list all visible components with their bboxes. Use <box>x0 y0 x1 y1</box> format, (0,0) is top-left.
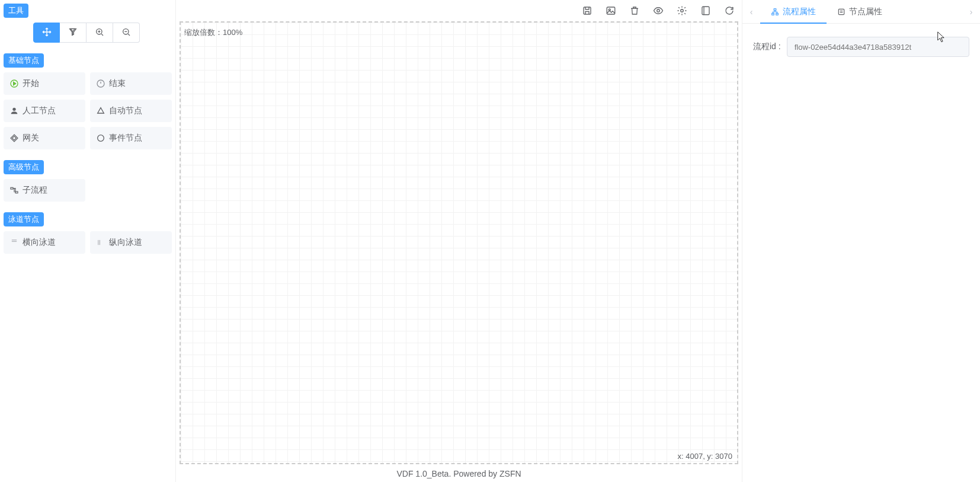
zoom-prefix: 缩放倍数： <box>184 28 223 37</box>
h-lane-icon <box>9 238 19 247</box>
trash-icon[interactable] <box>629 5 640 16</box>
gear-icon[interactable] <box>677 5 687 16</box>
subflow-icon <box>9 186 19 195</box>
flow-icon <box>771 8 779 16</box>
flow-id-label: 流程id : <box>753 42 781 52</box>
node-start[interactable]: 开始 <box>4 72 85 95</box>
zoom-value: 100% <box>223 28 242 37</box>
image-icon[interactable] <box>606 5 616 16</box>
top-toolbar <box>582 0 735 21</box>
node-event[interactable]: 事件节点 <box>90 127 172 149</box>
node-icon <box>837 8 846 16</box>
right-panel: ‹ 流程属性 节点属性 › 流程id : <box>742 0 980 482</box>
node-auto[interactable]: 自动节点 <box>90 100 172 122</box>
section-lane-title: 泳道节点 <box>4 212 44 226</box>
svg-rect-6 <box>11 187 13 189</box>
tab-flow-props[interactable]: 流程属性 <box>760 0 827 23</box>
svg-rect-13 <box>702 7 709 15</box>
eye-icon[interactable] <box>653 5 664 16</box>
node-end[interactable]: 结束 <box>90 72 172 95</box>
tab-scroll-right[interactable]: › <box>962 7 980 17</box>
flow-props-form: 流程id : <box>742 24 980 70</box>
play-circle-icon <box>9 79 19 88</box>
diamond-icon <box>9 133 19 143</box>
node-h-lane[interactable]: 横向泳道 <box>4 231 85 254</box>
node-gateway-label: 网关 <box>23 133 39 143</box>
svg-rect-14 <box>774 8 776 10</box>
svg-rect-7 <box>15 191 18 193</box>
tool-button-group <box>4 23 172 43</box>
property-tabs: ‹ 流程属性 节点属性 › <box>742 0 980 24</box>
refresh-icon[interactable] <box>724 5 735 16</box>
zoom-out-button[interactable] <box>113 23 140 43</box>
svg-rect-9 <box>607 7 615 14</box>
tab-node-label: 节点属性 <box>849 7 882 17</box>
zoom-in-button[interactable] <box>87 23 113 43</box>
tab-node-props[interactable]: 节点属性 <box>827 0 893 23</box>
power-icon <box>96 79 105 88</box>
node-subflow-label: 子流程 <box>23 185 47 196</box>
svg-rect-8 <box>584 7 591 14</box>
triangle-icon <box>96 106 105 116</box>
section-basic-title: 基础节点 <box>4 53 44 68</box>
node-end-label: 结束 <box>109 78 126 89</box>
node-event-label: 事件节点 <box>109 133 142 143</box>
left-sidebar: 工具 <box>0 0 176 482</box>
sidebar-title: 工具 <box>4 4 28 18</box>
svg-point-5 <box>98 135 104 142</box>
move-tool-button[interactable] <box>33 23 60 43</box>
node-manual-label: 人工节点 <box>23 106 56 116</box>
node-start-label: 开始 <box>23 78 39 89</box>
node-auto-label: 自动节点 <box>109 106 142 116</box>
canvas[interactable]: 缩放倍数：100% x: 4007, y: 3070 <box>180 21 738 464</box>
coord-label: x: 4007, y: 3070 <box>677 452 732 461</box>
node-manual[interactable]: 人工节点 <box>4 100 85 122</box>
v-lane-icon <box>96 238 105 247</box>
section-advanced-title: 高级节点 <box>4 160 44 174</box>
svg-rect-16 <box>776 13 779 15</box>
node-gateway[interactable]: 网关 <box>4 127 85 149</box>
center-area: 缩放倍数：100% x: 4007, y: 3070 VDF 1.0_Beta.… <box>176 0 742 482</box>
footer-text: VDF 1.0_Beta. Powered by ZSFN <box>176 467 742 482</box>
flow-id-input[interactable] <box>787 37 969 57</box>
zoom-label: 缩放倍数：100% <box>184 27 242 38</box>
svg-point-11 <box>657 9 660 12</box>
panel-icon[interactable] <box>700 5 711 16</box>
zoom-out-icon <box>121 27 131 39</box>
node-v-lane-label: 纵向泳道 <box>109 237 142 248</box>
filter-icon <box>68 27 78 39</box>
node-subflow[interactable]: 子流程 <box>4 179 85 202</box>
move-icon <box>42 27 52 39</box>
circle-icon <box>96 133 105 143</box>
save-icon[interactable] <box>582 5 593 16</box>
svg-rect-15 <box>772 13 774 15</box>
svg-point-4 <box>12 108 15 111</box>
zoom-in-icon <box>95 27 104 39</box>
node-v-lane[interactable]: 纵向泳道 <box>90 231 172 254</box>
user-icon <box>9 106 19 116</box>
node-h-lane-label: 横向泳道 <box>23 237 56 248</box>
tab-flow-label: 流程属性 <box>783 7 816 17</box>
pointer-tool-button[interactable] <box>60 23 87 43</box>
tab-scroll-left[interactable]: ‹ <box>742 7 760 17</box>
svg-point-12 <box>681 9 684 12</box>
